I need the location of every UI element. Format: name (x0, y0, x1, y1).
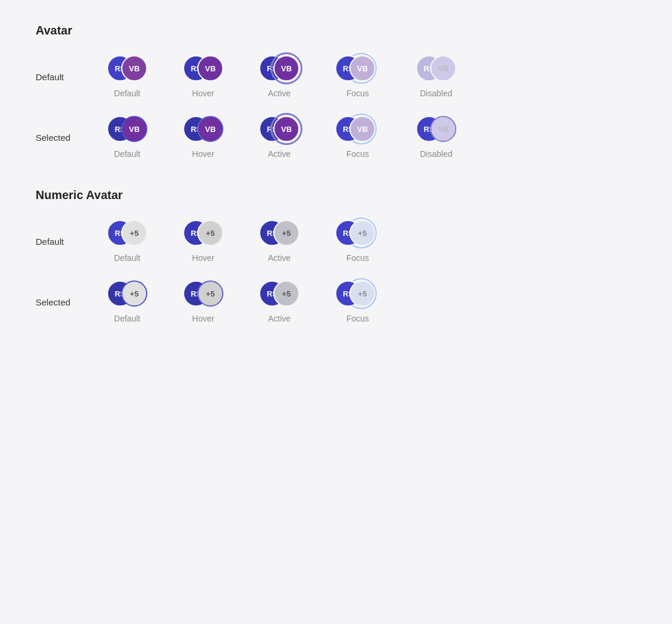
avatar-group[interactable]: RS +5 (183, 220, 223, 246)
avatar-section: Avatar Default RS VB Default RS VB Hover (36, 24, 636, 159)
num-default-focus: RS +5 Focus (335, 220, 380, 263)
num-selected-active: RS +5 Active (259, 281, 299, 323)
avatar-group[interactable]: RS +5 (335, 220, 380, 246)
avatar-group[interactable]: RS +5 (259, 220, 299, 246)
state-label: Active (268, 149, 291, 159)
avatar-front: VB (430, 116, 456, 142)
state-label: Focus (346, 149, 369, 159)
num-selected-hover: RS +5 Hover (183, 281, 223, 323)
avatar-group[interactable]: RS VB (183, 55, 223, 81)
numeric-default-states: RS +5 Default RS +5 Hover RS +5 Activ (107, 220, 380, 263)
avatar-num-front: +5 (197, 220, 223, 246)
avatar-group: RS VB (416, 116, 456, 142)
state-label: Hover (192, 149, 214, 159)
avatar-front: VB (349, 55, 376, 81)
avatar-group[interactable]: RS +5 (335, 281, 380, 307)
numeric-default-row: Default RS +5 Default RS +5 Hover (36, 220, 636, 263)
avatar-selected-hover: RS VB Hover (183, 116, 223, 159)
avatar-default-focus: RS VB Focus (335, 55, 380, 98)
avatar-group[interactable]: RS +5 (183, 281, 223, 307)
avatar-selected-disabled: RS VB Disabled (416, 116, 456, 159)
avatar-num-front: +5 (121, 220, 147, 246)
avatar-selected-states: RS VB Default RS VB Hover RS VB Activ (107, 116, 456, 159)
numeric-selected-row: Selected RS +5 Default RS +5 Hover (36, 281, 636, 323)
state-label: Hover (192, 253, 214, 263)
state-label: Active (268, 253, 291, 263)
state-label: Focus (346, 253, 369, 263)
state-label: Active (268, 89, 291, 98)
state-label: Disabled (420, 89, 452, 98)
avatar-selected-active: RS VB Active (259, 116, 299, 159)
numeric-avatar-section: Numeric Avatar Default RS +5 Default RS … (36, 188, 636, 323)
avatar-group[interactable]: RS VB (107, 55, 147, 81)
num-selected-default: RS +5 Default (107, 281, 147, 323)
avatar-default-default: RS VB Default (107, 55, 147, 98)
avatar-num-front: +5 (273, 281, 299, 307)
avatar-title: Avatar (36, 24, 636, 37)
avatar-num-front: +5 (349, 220, 376, 246)
avatar-front: VB (430, 55, 456, 81)
state-label: Default (114, 314, 140, 323)
num-default-hover: RS +5 Hover (183, 220, 223, 263)
avatar-front: VB (349, 116, 376, 142)
row-label-num-selected: Selected (36, 297, 107, 307)
state-label: Active (268, 314, 291, 323)
avatar-group[interactable]: RS VB (335, 55, 380, 81)
avatar-group[interactable]: RS VB (107, 116, 147, 142)
avatar-selected-default: RS VB Default (107, 116, 147, 159)
numeric-avatar-title: Numeric Avatar (36, 188, 636, 202)
avatar-default-active: RS VB Active (259, 55, 299, 98)
state-label: Disabled (420, 149, 452, 159)
avatar-num-front: +5 (349, 281, 376, 307)
avatar-default-states: RS VB Default RS VB Hover RS VB Activ (107, 55, 456, 98)
avatar-group[interactable]: RS VB (259, 55, 299, 81)
state-label: Default (114, 253, 140, 263)
avatar-front: VB (273, 55, 299, 81)
avatar-selected-focus: RS VB Focus (335, 116, 380, 159)
state-label: Default (114, 89, 140, 98)
avatar-front: VB (121, 116, 147, 142)
avatar-selected-row: Selected RS VB Default RS VB Hover (36, 116, 636, 159)
num-default-default: RS +5 Default (107, 220, 147, 263)
state-label: Hover (192, 89, 214, 98)
avatar-num-front: +5 (121, 281, 147, 307)
num-default-active: RS +5 Active (259, 220, 299, 263)
avatar-num-front: +5 (197, 281, 223, 307)
state-label: Hover (192, 314, 214, 323)
avatar-group[interactable]: RS VB (183, 116, 223, 142)
avatar-group[interactable]: RS VB (259, 116, 299, 142)
row-label-num-default: Default (36, 237, 107, 247)
avatar-group[interactable]: RS +5 (107, 281, 147, 307)
avatar-num-front: +5 (273, 220, 299, 246)
avatar-default-disabled: RS VB Disabled (416, 55, 456, 98)
avatar-front: VB (197, 116, 223, 142)
state-label: Default (114, 149, 140, 159)
row-label-default: Default (36, 72, 107, 82)
avatar-default-hover: RS VB Hover (183, 55, 223, 98)
avatar-front: VB (273, 116, 299, 142)
state-label: Focus (346, 89, 369, 98)
avatar-group: RS VB (416, 55, 456, 81)
avatar-group[interactable]: RS +5 (107, 220, 147, 246)
num-selected-focus: RS +5 Focus (335, 281, 380, 323)
row-label-selected: Selected (36, 133, 107, 143)
avatar-group[interactable]: RS VB (335, 116, 380, 142)
numeric-selected-states: RS +5 Default RS +5 Hover RS +5 Activ (107, 281, 380, 323)
avatar-front: VB (121, 55, 147, 81)
avatar-group[interactable]: RS +5 (259, 281, 299, 307)
avatar-front: VB (197, 55, 223, 81)
state-label: Focus (346, 314, 369, 323)
avatar-default-row: Default RS VB Default RS VB Hover (36, 55, 636, 98)
